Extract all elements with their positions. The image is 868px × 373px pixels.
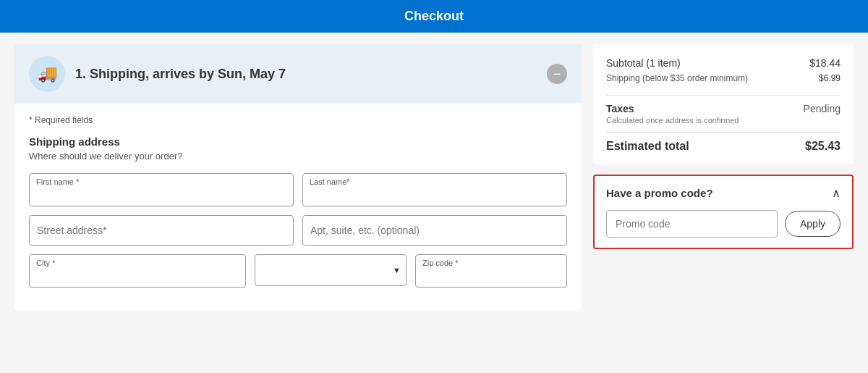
shipping-header-left: 🚚 1. Shipping, arrives by Sun, May 7 (29, 56, 286, 92)
apply-button[interactable]: Apply (785, 211, 841, 237)
promo-section: Have a promo code? ∧ Apply (593, 175, 854, 249)
page-header: Checkout (0, 0, 868, 33)
city-field: City * (29, 254, 246, 288)
last-name-label: Last name* (310, 177, 350, 186)
main-content: 🚚 1. Shipping, arrives by Sun, May 7 − *… (0, 33, 868, 322)
promo-header: Have a promo code? ∧ (606, 186, 841, 200)
shipping-label: Shipping (below $35 order minimum) (606, 73, 748, 83)
zip-field: Zip code * (415, 254, 567, 288)
page-title: Checkout (404, 9, 464, 23)
city-label: City * (36, 259, 55, 267)
divider-1 (606, 95, 841, 96)
taxes-row: Taxes Pending (606, 103, 841, 114)
last-name-field: Last name* (302, 173, 567, 206)
order-summary: Subtotal (1 item) $18.44 Shipping (below… (593, 44, 854, 164)
subtotal-value: $18.44 (809, 57, 841, 69)
subtotal-label: Subtotal (1 item) (606, 57, 681, 69)
shipping-title: 1. Shipping, arrives by Sun, May 7 (75, 67, 286, 82)
right-panel: Subtotal (1 item) $18.44 Shipping (below… (593, 44, 854, 311)
promo-input-row: Apply (606, 210, 841, 238)
promo-code-input[interactable] (606, 210, 778, 238)
subtotal-row: Subtotal (1 item) $18.44 (606, 57, 841, 69)
collapse-button[interactable]: − (547, 64, 567, 84)
taxes-label: Taxes (606, 103, 634, 114)
city-input[interactable] (29, 254, 246, 288)
name-row: First name * Last name* (29, 173, 567, 206)
chevron-up-icon[interactable]: ∧ (832, 186, 841, 200)
shipping-section-header: 🚚 1. Shipping, arrives by Sun, May 7 − (14, 44, 582, 104)
taxes-note: Calculated once address is confirmed (606, 116, 841, 125)
shipping-form-area: * Required fields Shipping address Where… (14, 104, 582, 311)
total-label: Estimated total (606, 140, 689, 153)
state-field: State* (255, 254, 407, 288)
city-state-zip-row: City * State* Zip code * (29, 254, 567, 288)
first-name-field: First name * (29, 173, 294, 206)
address-section-subtitle: Where should we deliver your order? (29, 151, 567, 162)
apt-input[interactable] (302, 215, 567, 246)
street-row (29, 215, 567, 246)
divider-2 (606, 132, 841, 133)
left-panel: 🚚 1. Shipping, arrives by Sun, May 7 − *… (14, 44, 582, 311)
total-value: $25.43 (805, 140, 841, 153)
apt-field (302, 215, 567, 246)
street-input[interactable] (29, 215, 294, 246)
shipping-row: Shipping (below $35 order minimum) $6.99 (606, 73, 841, 88)
first-name-label: First name * (36, 177, 79, 186)
required-note: * Required fields (29, 115, 567, 125)
truck-icon: 🚚 (29, 56, 65, 92)
shipping-value: $6.99 (819, 73, 841, 83)
address-section-title: Shipping address (29, 135, 567, 148)
state-select[interactable] (255, 254, 407, 286)
zip-label: Zip code * (422, 259, 459, 267)
street-field (29, 215, 294, 246)
total-row: Estimated total $25.43 (606, 140, 841, 153)
taxes-value: Pending (804, 103, 841, 114)
promo-title: Have a promo code? (606, 187, 713, 199)
